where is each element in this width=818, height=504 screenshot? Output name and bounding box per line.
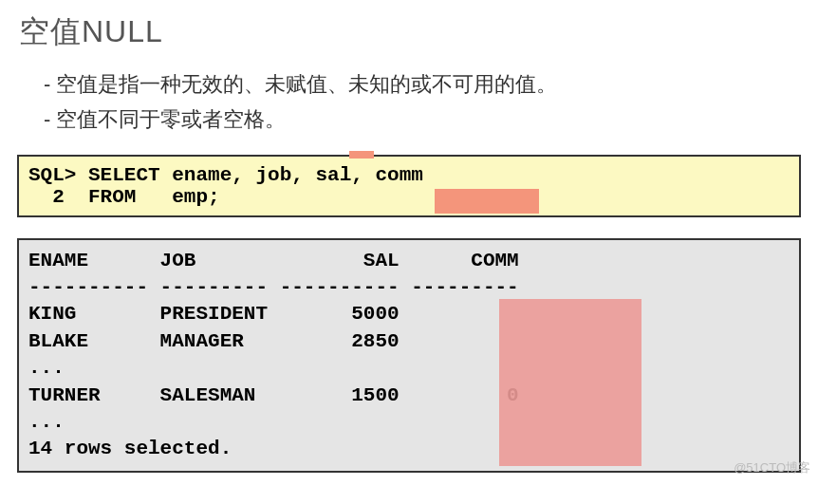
output-footer: 14 rows selected. [28,436,790,462]
output-header: ENAME JOB SAL COMM [28,248,790,274]
output-row: BLAKE MANAGER 2850 [28,328,790,355]
output-row: TURNER SALESMAN 1500 0 [28,383,790,409]
sql-line-2: 2 FROM emp; [28,186,790,208]
output-row: KING PRESIDENT 5000 [28,301,790,327]
output-row: ... [28,355,790,382]
bullet-item: 空值不同于零或者空格。 [44,102,801,137]
sql-output-block: ENAME JOB SAL COMM ---------- --------- … [17,238,801,473]
bullet-list: 空值是指一种无效的、未赋值、未知的或不可用的值。 空值不同于零或者空格。 [44,66,801,138]
output-separator: ---------- --------- ---------- --------… [28,274,790,301]
sql-highlight-comm [435,189,539,214]
page-title: 空值NULL [19,11,801,53]
output-row: ... [28,409,790,436]
highlight-tab [349,151,374,159]
bullet-item: 空值是指一种无效的、未赋值、未知的或不可用的值。 [44,66,801,102]
output-highlight-comm-column [499,299,641,466]
sql-line-1: SQL> SELECT ename, job, sal, comm [28,164,790,186]
watermark: @51CTO博客 [734,459,810,476]
sql-code-block: SQL> SELECT ename, job, sal, comm 2 FROM… [17,155,801,217]
